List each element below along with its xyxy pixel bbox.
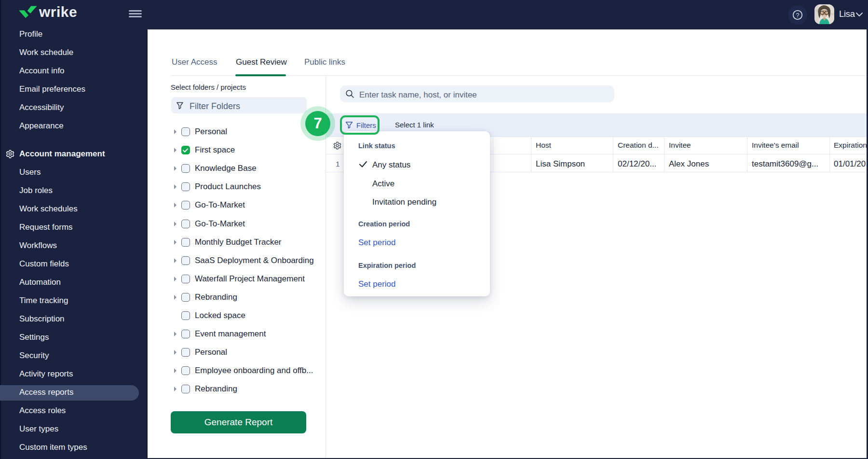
svg-text:?: ?	[796, 12, 800, 19]
